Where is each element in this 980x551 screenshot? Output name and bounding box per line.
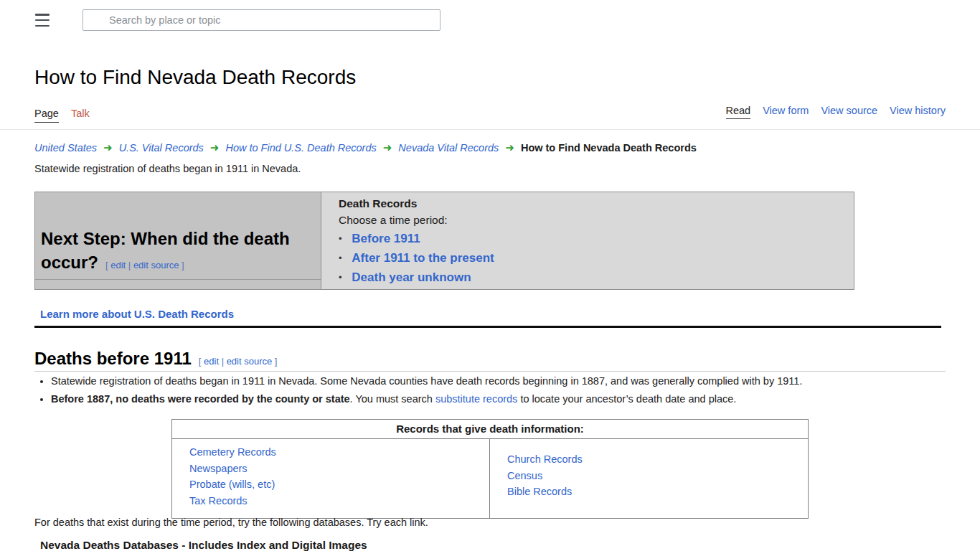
section-bullet-list: Statewide registration of deaths began i… [34, 376, 947, 411]
death-records-panel-title: Death Records [339, 197, 847, 210]
after-1911-link[interactable]: After 1911 to the present [352, 251, 494, 265]
probate-link[interactable]: Probate (wills, etc) [189, 476, 482, 493]
tax-records-link[interactable]: Tax Records [189, 493, 482, 509]
section-heading-row: Deaths before 1911 [ edit | edit source … [34, 349, 277, 369]
learn-more-link[interactable]: Learn more about U.S. Death Records [40, 308, 234, 320]
edit-link[interactable]: edit [204, 356, 219, 367]
breadcrumb-link-us-vital-records[interactable]: U.S. Vital Records [119, 142, 204, 154]
newspapers-link[interactable]: Newspapers [189, 461, 482, 477]
records-table: Records that give death information: Cem… [171, 419, 809, 519]
breadcrumb-arrow-icon: ➜ [383, 141, 392, 154]
death-year-unknown-link[interactable]: Death year unknown [352, 270, 471, 284]
next-step-left-cell: Next Step: When did the death occur?[ ed… [34, 192, 321, 290]
list-item: Death year unknown [339, 270, 847, 285]
list-item: Statewide registration of deaths began i… [51, 376, 947, 387]
tab-page[interactable]: Page [34, 108, 59, 123]
view-actions: Read View form View source View history [726, 105, 946, 119]
breadcrumb-link-us-death-records[interactable]: How to Find U.S. Death Records [225, 142, 376, 154]
next-step-right-cell: Death Records Choose a time period: Befo… [321, 192, 854, 290]
databases-heading: Nevada Deaths Databases - Includes Index… [40, 539, 367, 551]
bible-records-link[interactable]: Bible Records [507, 484, 801, 500]
breadcrumb-link-nevada-vital-records[interactable]: Nevada Vital Records [398, 142, 499, 154]
breadcrumb-arrow-icon: ➜ [210, 141, 220, 154]
breadcrumb-arrow-icon: ➜ [505, 141, 514, 154]
records-table-header: Records that give death information: [172, 420, 808, 439]
deaths-before-1911-heading: Deaths before 1911 [34, 349, 192, 369]
hamburger-menu-icon[interactable] [35, 14, 50, 27]
cemetery-records-link[interactable]: Cemetery Records [189, 444, 482, 461]
edit-source-link[interactable]: edit source [227, 356, 273, 367]
breadcrumb-current-page: How to Find Nevada Death Records [521, 142, 697, 154]
tab-view-source[interactable]: View source [821, 105, 877, 119]
choose-time-period-label: Choose a time period: [339, 214, 847, 227]
next-step-box: Next Step: When did the death occur?[ ed… [34, 192, 854, 290]
list-item: After 1911 to the present [339, 251, 847, 265]
next-step-edit-section: [ edit | edit source ] [105, 260, 184, 270]
intro-text: Statewide registration of deaths began i… [34, 163, 301, 174]
tab-read[interactable]: Read [726, 105, 751, 119]
breadcrumb-arrow-icon: ➜ [103, 141, 113, 154]
next-step-left-empty-cell [35, 280, 321, 289]
census-link[interactable]: Census [507, 468, 801, 484]
tab-view-form[interactable]: View form [763, 105, 809, 119]
list-item: Before 1887, no deaths were recorded by … [51, 394, 947, 405]
church-records-link[interactable]: Church Records [507, 451, 801, 468]
list-item: Before 1911 [339, 232, 847, 246]
tab-view-history[interactable]: View history [890, 105, 946, 119]
page-title: How to Find Nevada Death Records [34, 66, 356, 89]
section-edit-section: [ edit | edit source ] [199, 356, 278, 367]
section-rule [34, 326, 941, 328]
edit-link[interactable]: edit [110, 260, 126, 270]
header-divider [0, 129, 980, 130]
edit-source-link[interactable]: edit source [133, 260, 179, 270]
breadcrumb: United States ➜ U.S. Vital Records ➜ How… [34, 141, 697, 154]
tab-talk[interactable]: Talk [71, 108, 90, 123]
records-table-left-column: Cemetery Records Newspapers Probate (wil… [172, 439, 490, 518]
breadcrumb-link-united-states[interactable]: United States [34, 142, 97, 154]
namespace-tabs: Page Talk [34, 108, 90, 123]
search-input[interactable] [83, 9, 440, 31]
before-1911-link[interactable]: Before 1911 [352, 232, 420, 245]
section-heading-underline [34, 371, 946, 372]
records-table-right-column: Church Records Census Bible Records [490, 439, 808, 518]
bullet-bold-text: Before 1887, no deaths were recorded by … [51, 393, 350, 405]
outro-text: For deaths that exist during the time pe… [34, 517, 428, 528]
substitute-records-link[interactable]: substitute records [435, 393, 517, 405]
